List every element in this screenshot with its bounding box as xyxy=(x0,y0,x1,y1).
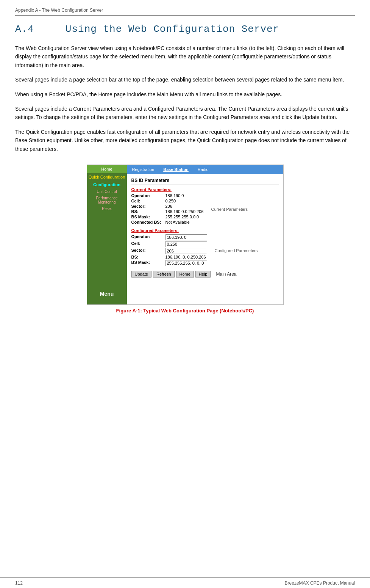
tab-radio[interactable]: Radio xyxy=(195,166,211,172)
param-key-operator: Operator: xyxy=(131,193,165,198)
param-key-connectedbs: Connected BS: xyxy=(131,220,165,224)
cfg-key-sector: Sector: xyxy=(131,248,165,254)
bs-id-heading: BS ID Parameters xyxy=(131,178,279,183)
param-val-sector: 206 xyxy=(165,204,172,209)
param-key-cell: Cell: xyxy=(131,199,165,203)
section-number: A.4 xyxy=(15,24,34,35)
param-row-bsmask-current: BS Mask: 255.255.255.0.0.0 xyxy=(131,215,204,219)
current-params-label: Current Parameters: xyxy=(131,187,279,192)
button-row: Update Refresh Home Help Main Area xyxy=(131,271,279,278)
param-row-bs-configured: BS: 186.190. 0. 0.250.206 xyxy=(131,255,207,259)
page-header: Appendix A - The Web Configuration Serve… xyxy=(15,8,355,16)
page-footer: 112 BreezeMAX CPEs Product Manual xyxy=(0,577,370,588)
home-button[interactable]: Home xyxy=(176,271,194,278)
configured-params-block: Operator: Cell: Sector: xyxy=(131,234,279,267)
param-row-operator-current: Operator: 186.190.0 xyxy=(131,193,204,198)
menu-item-reset[interactable]: Reset xyxy=(87,205,127,212)
content-panel: Registration Base Station Radio BS ID Pa… xyxy=(127,165,283,304)
menu-label: Menu xyxy=(100,287,114,304)
param-row-bs-current: BS: 186.190.0.0.250.206 xyxy=(131,209,204,214)
param-key-sector: Sector: xyxy=(131,204,165,209)
menu-item-unit-control[interactable]: Unit Control xyxy=(87,188,127,195)
refresh-button[interactable]: Refresh xyxy=(153,271,175,278)
configured-params-annotation: Configured Parameters xyxy=(215,248,258,253)
param-row-connectedbs-current: Connected BS: Not Available xyxy=(131,220,204,224)
param-key-bs: BS: xyxy=(131,209,165,214)
cfg-val-bs: 186.190. 0. 0.250.206 xyxy=(165,255,206,259)
param-val-operator: 186.190.0 xyxy=(165,193,184,198)
menu-item-configuration[interactable]: Configuration xyxy=(87,181,127,188)
content-area: BS ID Parameters Current Parameters: Ope… xyxy=(127,174,283,304)
help-button[interactable]: Help xyxy=(195,271,211,278)
tab-base-station[interactable]: Base Station xyxy=(161,166,191,172)
param-val-bs: 186.190.0.0.250.206 xyxy=(165,209,204,214)
figure-caption: Figure A-1: Typical Web Configuration Pa… xyxy=(87,308,284,314)
paragraph-5: The Quick Configuration page enables fas… xyxy=(15,128,355,153)
param-val-cell: 0.250 xyxy=(165,199,176,203)
configured-params-section: Configured Parameters: Operator: Cell: xyxy=(131,228,279,267)
paragraph-1: The Web Configuration Server view when u… xyxy=(15,44,355,69)
menu-item-home[interactable]: Home xyxy=(87,165,127,173)
configured-params-label: Configured Parameters: xyxy=(131,228,279,233)
current-params-annotation: Current Parameters xyxy=(211,207,248,212)
tab-bar: Registration Base Station Radio xyxy=(127,165,283,174)
cfg-input-sector[interactable] xyxy=(165,248,207,254)
param-row-sector-configured: Sector: xyxy=(131,248,207,254)
cfg-input-operator[interactable] xyxy=(165,234,207,240)
menu-panel: Home Quick Configuration Configuration U… xyxy=(87,165,127,304)
param-row-cell-current: Cell: 0.250 xyxy=(131,199,204,203)
cfg-input-cell[interactable] xyxy=(165,241,207,247)
section-heading-text: Using the Web Configuration Server xyxy=(66,24,279,35)
param-row-bsmask-configured: BS Mask: xyxy=(131,260,207,266)
footer-product: BreezeMAX CPEs Product Manual xyxy=(285,580,355,586)
footer-page-number: 112 xyxy=(15,580,23,586)
divider xyxy=(131,185,279,185)
cfg-input-bsmask[interactable] xyxy=(165,260,207,266)
paragraph-4: Several pages include a Current Paramete… xyxy=(15,105,355,122)
update-button[interactable]: Update xyxy=(131,271,151,278)
menu-item-quick-config[interactable]: Quick Configuration xyxy=(87,173,127,181)
cfg-key-operator: Operator: xyxy=(131,234,165,240)
configured-params-list: Operator: Cell: Sector: xyxy=(131,234,207,267)
menu-item-performance[interactable]: Performance Monitoring xyxy=(87,195,127,205)
paragraph-2: Several pages include a page selection b… xyxy=(15,75,355,84)
cfg-key-bsmask: BS Mask: xyxy=(131,260,165,266)
param-val-connectedbs: Not Available xyxy=(165,220,190,224)
param-row-sector-current: Sector: 206 xyxy=(131,204,204,209)
header-text: Appendix A - The Web Configuration Serve… xyxy=(15,8,103,13)
tab-registration[interactable]: Registration xyxy=(130,166,157,172)
cfg-key-bs: BS: xyxy=(131,255,165,259)
section-title: A.4 Using the Web Configuration Server xyxy=(15,24,355,35)
current-params-block: Operator: 186.190.0 Cell: 0.250 Sector: … xyxy=(131,193,279,225)
param-key-bsmask: BS Mask: xyxy=(131,215,165,219)
cfg-key-cell: Cell: xyxy=(131,241,165,247)
param-val-bsmask: 255.255.255.0.0.0 xyxy=(165,215,199,219)
param-row-operator-configured: Operator: xyxy=(131,234,207,240)
param-row-cell-configured: Cell: xyxy=(131,241,207,247)
current-params-list: Operator: 186.190.0 Cell: 0.250 Sector: … xyxy=(131,193,204,225)
figure-wrapper: Home Quick Configuration Configuration U… xyxy=(87,165,284,314)
paragraph-3: When using a Pocket PC/PDA, the Home pag… xyxy=(15,90,355,99)
figure-box: Home Quick Configuration Configuration U… xyxy=(87,165,284,305)
main-area-label: Main Area xyxy=(216,271,236,277)
